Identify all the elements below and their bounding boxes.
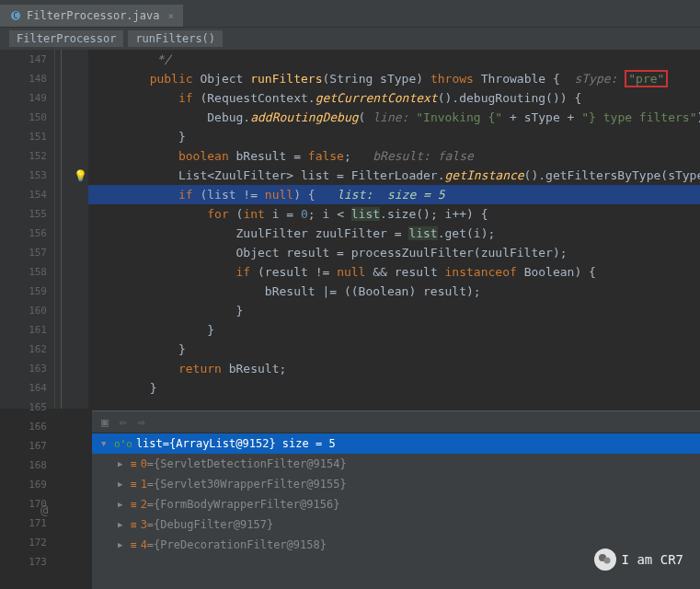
java-icon: C (9, 9, 22, 22)
object-icon: ≡ (131, 499, 137, 511)
new-watch-icon[interactable]: ▣ (101, 415, 109, 429)
at-icon: @ (40, 502, 48, 517)
breadcrumb: FilterProcessor runFilters() (0, 28, 700, 50)
tree-item-row[interactable]: ▶ ≡ 3 = {DebugFilter@9157} (92, 514, 700, 535)
nav-forward-icon[interactable]: ⇨ (138, 415, 145, 429)
nav-back-icon[interactable]: ⇦ (120, 415, 127, 429)
object-icon: ≡ (131, 479, 137, 491)
object-icon: ≡ (131, 519, 137, 531)
editor-tabs: C FilterProcessor.java × (0, 0, 700, 28)
svg-text:C: C (14, 12, 18, 20)
expand-icon[interactable]: ▶ (118, 459, 127, 468)
bulb-icon[interactable]: 💡 (74, 169, 87, 182)
debug-toolbar: ▣ ⇦ ⇨ (92, 411, 700, 433)
line-gutter: 147 148 149 150 151 152 153 154 155 156 … (0, 50, 55, 409)
current-exec-line: if (list != null) { list: size = 5 (88, 185, 700, 204)
variables-tree[interactable]: ▼ oʻo list = {ArrayList@9152} size = 5 ▶… (92, 433, 700, 555)
object-icon: ≡ (131, 539, 137, 551)
icon-gutter: 💡 (72, 50, 88, 409)
expand-icon[interactable]: ▶ (118, 540, 127, 549)
watermark: I am CR7 (594, 549, 683, 571)
watch-icon: oʻo (114, 438, 132, 450)
code-editor[interactable]: 147 148 149 150 151 152 153 154 155 156 … (0, 50, 700, 409)
code-content[interactable]: */ public Object runFilters(String sType… (88, 50, 700, 409)
file-tab[interactable]: C FilterProcessor.java × (0, 5, 183, 27)
breadcrumb-method[interactable]: runFilters() (128, 30, 223, 47)
close-icon[interactable]: × (168, 10, 175, 22)
object-icon: ≡ (131, 458, 137, 470)
tree-item-row[interactable]: ▶ ≡ 1 = {Servlet30WrapperFilter@9155} (92, 474, 700, 494)
svg-point-3 (603, 558, 610, 564)
breadcrumb-class[interactable]: FilterProcessor (9, 30, 123, 47)
tree-item-row[interactable]: ▶ ≡ 0 = {ServletDetectionFilter@9154} (92, 454, 700, 474)
wechat-icon (594, 549, 616, 571)
expand-icon[interactable]: ▶ (118, 520, 127, 529)
expand-icon[interactable]: ▶ (118, 479, 127, 489)
fold-gutter (55, 50, 72, 409)
tab-title: FilterProcessor.java (27, 9, 160, 22)
expand-icon[interactable]: ▼ (101, 439, 110, 448)
tree-item-row[interactable]: ▶ ≡ 2 = {FormBodyWrapperFilter@9156} (92, 494, 700, 514)
expand-icon[interactable]: ▶ (118, 500, 127, 509)
tree-root-row[interactable]: ▼ oʻo list = {ArrayList@9152} size = 5 (92, 433, 700, 454)
